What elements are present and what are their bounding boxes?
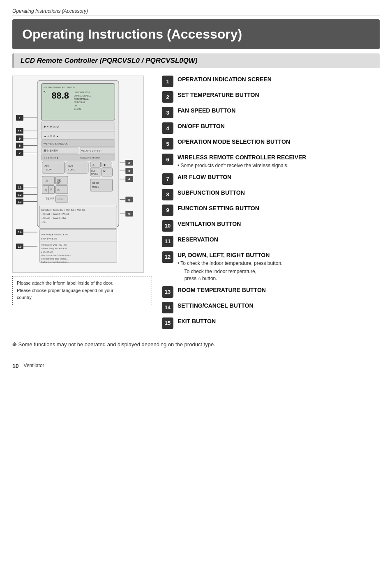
- list-item: 8SUBFUNCTION BUTTON: [162, 189, 380, 200]
- footnote: ❊ Some functions may not be operated and…: [12, 341, 380, 347]
- svg-text:Backup recovery / More options: Backup recovery / More options...: [42, 261, 69, 263]
- svg-text:OPER: OPER: [92, 182, 99, 184]
- svg-text:▷: ▷: [58, 188, 60, 192]
- item-label: ON/OFF BUTTON: [178, 122, 225, 130]
- main-title: Operating Instructions (Accessory): [22, 27, 370, 42]
- svg-text:Address Setting  ■ 01 ■ 02 ■ 0: Address Setting ■ 01 ■ 02 ■ 03: [42, 248, 67, 250]
- svg-text:FLOW: FLOW: [45, 168, 52, 171]
- item-sub-text: To check the indoor temperature, press b…: [178, 260, 282, 267]
- right-panel: 1OPERATION INDICATION SCREEN2SET TEMPERA…: [162, 76, 380, 333]
- svg-text:○ Week4    ○ Week5   ○ Sat: ○ Week4 ○ Week5 ○ Sat: [42, 217, 66, 219]
- item-number: 14: [162, 302, 173, 313]
- item-number: 11: [162, 236, 173, 247]
- svg-text:3: 3: [128, 169, 130, 173]
- list-item: 2SET TEMPERATURE BUTTON: [162, 91, 380, 103]
- svg-text:SPEED: SPEED: [91, 173, 98, 175]
- svg-text:ESC: ESC: [58, 198, 63, 200]
- svg-text:6: 6: [128, 212, 130, 216]
- svg-text:AUTO MANUAL: AUTO MANUAL: [74, 98, 89, 100]
- svg-text:5: 5: [128, 198, 130, 202]
- svg-text:VARYING SAVING   ON: VARYING SAVING ON: [44, 143, 69, 145]
- list-item: 7AIR FLOW BUTTON: [162, 173, 380, 185]
- svg-rect-30: [90, 162, 101, 167]
- svg-text:■ 04 ■ 05 ■ 06: ■ 04 ■ 05 ■ 06: [42, 251, 54, 253]
- item-label: RESERVATION: [178, 236, 218, 243]
- subtitle-box: LCD Remote Controller (PQRCVSL0 / PQRCVS…: [12, 53, 380, 68]
- svg-text:11: 11: [18, 186, 21, 189]
- label-line-1: Please attach the inform label inside of…: [17, 281, 113, 285]
- list-item: 11RESERVATION: [162, 236, 380, 247]
- svg-text:⏻: ⏻: [103, 170, 106, 172]
- svg-text:1: 1: [19, 116, 21, 120]
- list-item: 9FUNCTION SETTING BUTTON: [162, 205, 380, 216]
- svg-text:14: 14: [18, 230, 21, 234]
- label-line-2: Please choose proper language depend on …: [17, 288, 113, 293]
- item-number: 9: [162, 205, 173, 216]
- item-sub-text: Some products don't receive the wireless…: [178, 162, 306, 169]
- svg-text:15: 15: [18, 245, 21, 248]
- item-label: OPERATION MODE SELECTION BUTTON: [178, 138, 290, 145]
- item-label: OPERATION INDICATION SCREEN: [178, 76, 272, 83]
- item-label: VENTILATION BUTTON: [178, 220, 241, 228]
- content-area: SET TMP FAN ON/OFF TEMP ON °C 88.8 UP DO…: [12, 76, 380, 333]
- item-label: SETTING/CANCEL BUTTON: [178, 302, 254, 309]
- page-number: 10: [12, 363, 19, 369]
- svg-text:✱: ✱: [104, 164, 106, 166]
- svg-rect-39: [42, 176, 55, 184]
- item-extra-text: To check the indoor temperature, press ⌂…: [178, 268, 282, 282]
- svg-text:12: 12: [18, 193, 21, 197]
- item-label: WIRELESS REMOTE CONTROLLER RECEIVER: [178, 154, 306, 161]
- page-header: Operating Instructions (Accessory): [12, 8, 380, 16]
- svg-text:△: △: [46, 179, 48, 182]
- svg-text:Unit Capacity   ■ W1  ○ W2  ● : Unit Capacity ■ W1 ○ W2 ● W3: [42, 244, 67, 246]
- item-number: 8: [162, 189, 173, 200]
- svg-text:○ Sun: ○ Sun: [42, 221, 48, 223]
- svg-text:Schedule timing detail setting: Schedule timing detail settings...: [42, 258, 68, 260]
- list-item: 15EXIT BUTTON: [162, 317, 380, 329]
- list-item: 12UP, DOWN, LEFT, RIGHT BUTTONTo check t…: [162, 251, 380, 282]
- svg-text:⊙: ⊙: [92, 164, 95, 166]
- svg-text:8: 8: [19, 144, 21, 147]
- list-item: 14SETTING/CANCEL BUTTON: [162, 302, 380, 313]
- svg-text:°C: °C: [44, 90, 46, 93]
- svg-text:FAN: FAN: [91, 170, 95, 172]
- label-box: Please attach the inform label inside of…: [12, 276, 152, 305]
- svg-text:AIR: AIR: [45, 165, 49, 167]
- controller-svg: SET TMP FAN ON/OFF TEMP ON °C 88.8 UP DO…: [12, 76, 144, 273]
- svg-text:HOLIDAY ⊞ 88 88 ON: HOLIDAY ⊞ 88 88 ON: [80, 157, 101, 159]
- item-number: 6: [162, 154, 173, 165]
- item-number: 12: [162, 251, 173, 263]
- list-item: 6WIRELESS REMOTE CONTROLLER RECEIVERSome…: [162, 154, 380, 169]
- svg-text:13: 13: [18, 200, 21, 204]
- svg-text:7: 7: [19, 151, 21, 155]
- item-label: FUNCTION SETTING BUTTON: [178, 205, 259, 212]
- svg-text:2: 2: [128, 161, 130, 165]
- item-label: AIR FLOW BUTTON: [178, 173, 231, 181]
- item-label: SET TEMPERATURE BUTTON: [178, 91, 259, 99]
- svg-text:SET CLEAR: SET CLEAR: [74, 101, 85, 104]
- svg-text:☰ ⊙ LHSH: ☰ ⊙ LHSH: [44, 149, 58, 152]
- svg-text:OK: OK: [57, 179, 61, 182]
- svg-text:◎ ⊙ ⊕ ⊗ ◈ ⊛ ◉: ◎ ⊙ ⊕ ⊗ ◈ ⊛ ◉: [44, 157, 59, 159]
- item-number: 15: [162, 317, 173, 329]
- svg-text:9: 9: [19, 137, 21, 140]
- page-label: Ventilator: [24, 363, 44, 369]
- svg-text:TEMP: TEMP: [46, 197, 55, 200]
- item-number: 7: [162, 173, 173, 185]
- svg-text:Unit setting   ■ W1  ■ W2  ■ W: Unit setting ■ W1 ■ W2 ■ W3: [42, 234, 68, 236]
- left-panel: SET TMP FAN ON/OFF TEMP ON °C 88.8 UP DO…: [12, 76, 152, 333]
- page-footer: 10 Ventilator: [12, 360, 380, 369]
- svg-text:UP DOWN STOP: UP DOWN STOP: [74, 92, 90, 94]
- item-label: FAN SPEED BUTTON: [178, 107, 235, 114]
- svg-text:MODE: MODE: [92, 186, 99, 188]
- list-item: 10VENTILATION BUTTON: [162, 220, 380, 232]
- svg-text:○ Week1    ○ Week2   ○ Week3: ○ Week1 ○ Week2 ○ Week3: [42, 213, 69, 215]
- item-number: 1: [162, 76, 173, 87]
- svg-rect-27: [66, 162, 88, 173]
- svg-text:ON: ON: [74, 105, 77, 107]
- label-line-3: country.: [17, 295, 32, 300]
- list-item: 4ON/OFF BUTTON: [162, 122, 380, 134]
- item-label: EXIT BUTTON: [178, 317, 216, 325]
- svg-text:◁: ◁: [44, 188, 47, 192]
- svg-text:SUB: SUB: [68, 165, 73, 167]
